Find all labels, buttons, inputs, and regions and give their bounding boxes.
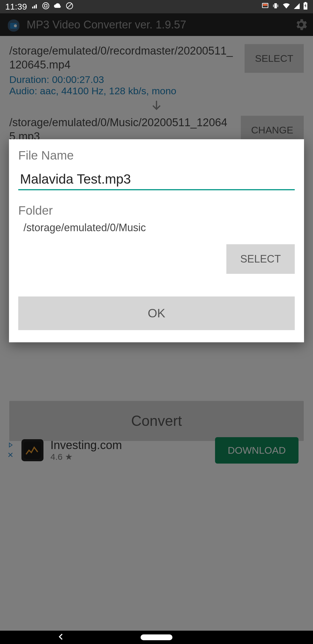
svg-rect-2 [36,4,37,8]
cloud-icon [54,2,62,12]
folder-path: /storage/emulated/0/Music [23,222,295,234]
dnd-icon [66,2,73,12]
folder-select-button[interactable]: SELECT [226,244,295,274]
equalizer-icon [31,2,38,12]
svg-rect-10 [278,5,278,7]
ok-button[interactable]: OK [18,296,295,330]
svg-rect-4 [45,5,47,7]
back-icon[interactable] [57,633,65,642]
screenshot-icon [42,2,50,12]
svg-rect-7 [263,4,267,6]
svg-rect-9 [273,5,274,7]
folder-label: Folder [18,204,295,218]
filename-label: File Name [18,149,295,162]
svg-rect-12 [305,2,307,3]
wifi-icon [282,2,290,12]
svg-point-3 [43,3,49,9]
status-bar: 11:39 [0,0,313,13]
filename-input[interactable] [18,168,295,190]
clock: 11:39 [5,2,27,12]
svg-rect-1 [34,6,35,8]
filename-dialog: File Name Folder /storage/emulated/0/Mus… [9,139,304,342]
signal-icon [293,2,300,12]
battery-charging-icon [303,2,308,12]
nav-bar [0,631,313,644]
svg-rect-8 [274,3,277,8]
svg-rect-0 [32,7,33,8]
home-pill[interactable] [141,634,172,640]
vibrate-icon [272,2,279,12]
cast-icon [261,2,269,12]
